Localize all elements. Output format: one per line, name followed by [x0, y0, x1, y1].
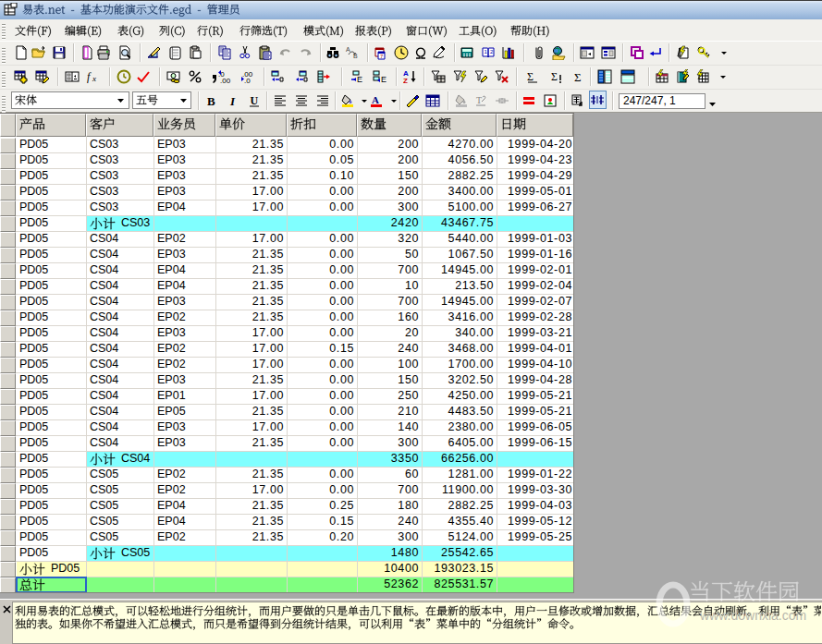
svg-text:A: A — [346, 46, 350, 53]
svg-text:Σ: Σ — [551, 70, 558, 83]
svg-text:.0: .0 — [244, 77, 251, 84]
svg-text:f: f — [87, 70, 92, 83]
svg-text:E: E — [381, 75, 386, 84]
svg-text:Z: Z — [403, 77, 408, 84]
svg-text:I: I — [229, 94, 236, 108]
svg-text:E: E — [357, 75, 362, 84]
svg-text:U: U — [251, 94, 259, 107]
svg-text:Σ: Σ — [527, 70, 534, 83]
svg-text:Σ: Σ — [574, 70, 582, 84]
svg-text:.00: .00 — [220, 77, 231, 84]
svg-text:x: x — [92, 74, 96, 83]
svg-text:A: A — [372, 94, 379, 105]
svg-text:T: T — [476, 95, 482, 105]
svg-text:B: B — [207, 94, 215, 108]
